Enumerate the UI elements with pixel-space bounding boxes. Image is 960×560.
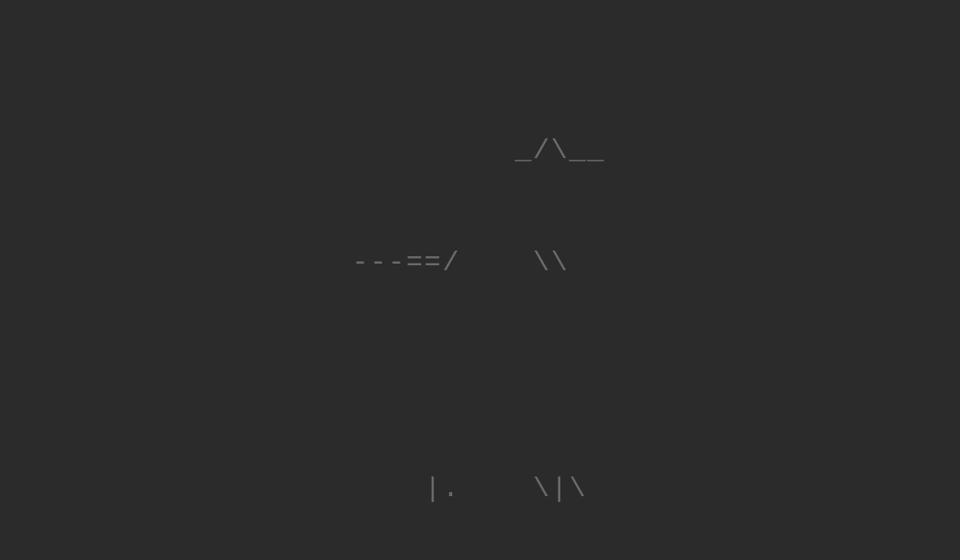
ascii-line-0: _/\__ bbox=[98, 133, 605, 170]
ascii-line-2 bbox=[98, 358, 605, 395]
seg-3-0 bbox=[98, 473, 424, 504]
ascii-art: _/\__ ---==/ \\ |. \|\ ___ ___ | __|| _|… bbox=[98, 57, 605, 560]
seg-1-0 bbox=[98, 247, 351, 278]
ascii-line-1: ---==/ \\ bbox=[98, 245, 605, 282]
seg-0-1: _/\__ bbox=[514, 135, 605, 166]
seg-1-1: ---==/ \\ bbox=[351, 247, 568, 278]
seg-3-1: |. \|\ bbox=[424, 473, 587, 504]
seg-2-0 bbox=[98, 360, 514, 391]
seg-0-0 bbox=[98, 135, 514, 166]
ascii-line-3: |. \|\ bbox=[98, 471, 605, 508]
